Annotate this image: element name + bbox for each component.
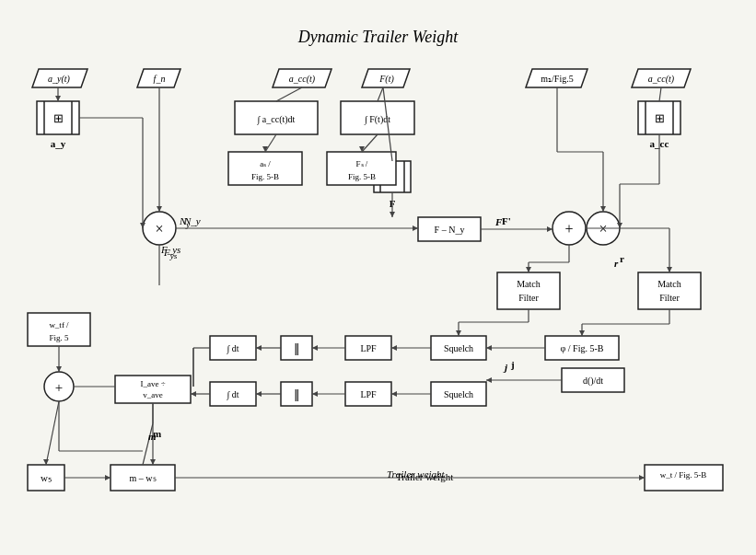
svg-marker-123 xyxy=(391,345,397,351)
svg-marker-117 xyxy=(526,267,531,272)
svg-text:φ / Fig. 5-B: φ / Fig. 5-B xyxy=(561,343,604,353)
svg-line-100 xyxy=(276,87,302,101)
svg-text:Fₛ /: Fₛ / xyxy=(356,159,368,168)
svg-text:w₅: w₅ xyxy=(41,472,52,483)
svg-text:d()/dt: d()/dt xyxy=(583,376,603,387)
svg-marker-167 xyxy=(105,475,110,480)
label-j: j xyxy=(505,362,507,373)
svg-line-148 xyxy=(659,87,661,101)
svg-text:Fig. 5-B: Fig. 5-B xyxy=(348,172,376,181)
svg-text:+: + xyxy=(55,380,63,395)
svg-line-104 xyxy=(362,134,378,152)
svg-marker-121 xyxy=(456,330,461,336)
svg-marker-93 xyxy=(55,96,61,101)
svg-text:∫ a_cc(t)dt: ∫ a_cc(t)dt xyxy=(257,114,296,125)
svg-text:∫ dt: ∫ dt xyxy=(226,389,238,400)
diagram-container: Dynamic Trailer Weight a_y(t) f_n a_cc(t… xyxy=(0,0,756,555)
svg-marker-175 xyxy=(43,459,49,465)
svg-marker-137 xyxy=(191,391,196,397)
svg-text:m – w₅: m – w₅ xyxy=(130,473,157,483)
svg-text:w_t / Fig. 5-B: w_t / Fig. 5-B xyxy=(660,470,707,480)
svg-text:r: r xyxy=(620,253,624,264)
svg-text:m₁/Fig.5: m₁/Fig.5 xyxy=(541,74,573,84)
label-f-prime: F′ xyxy=(495,216,505,227)
svg-marker-161 xyxy=(56,366,62,372)
svg-marker-112 xyxy=(547,226,552,232)
svg-text:f_n: f_n xyxy=(154,74,166,84)
svg-text:F(t): F(t) xyxy=(378,74,394,85)
svg-text:Match: Match xyxy=(657,279,681,289)
svg-marker-151 xyxy=(667,267,672,272)
svg-marker-173 xyxy=(150,459,156,465)
svg-text:∫ dt: ∫ dt xyxy=(226,343,238,354)
svg-marker-159 xyxy=(486,377,492,383)
svg-marker-157 xyxy=(486,345,492,351)
svg-marker-133 xyxy=(312,391,318,397)
label-m: m xyxy=(148,431,157,442)
svg-text:I_ave ÷: I_ave ÷ xyxy=(140,379,165,388)
svg-marker-155 xyxy=(579,330,585,336)
svg-text:Fig. 5: Fig. 5 xyxy=(49,333,69,342)
svg-text:Filter: Filter xyxy=(659,293,680,303)
svg-text:a_cc(t): a_cc(t) xyxy=(289,74,316,85)
svg-text:×: × xyxy=(155,221,163,237)
label-fys: Fys xyxy=(164,247,177,260)
svg-text:Squelch: Squelch xyxy=(444,343,473,353)
svg-marker-135 xyxy=(256,391,262,397)
svg-text:j: j xyxy=(510,359,515,370)
svg-line-165 xyxy=(143,423,153,465)
svg-text:w_tf /: w_tf / xyxy=(49,320,69,330)
svg-marker-169 xyxy=(639,475,645,480)
svg-line-102 xyxy=(265,134,276,152)
svg-text:LPF: LPF xyxy=(360,343,377,353)
svg-marker-108 xyxy=(390,212,395,217)
svg-text:aₛ /: aₛ / xyxy=(260,159,271,168)
svg-text:Fig. 5-B: Fig. 5-B xyxy=(251,172,279,181)
svg-text:a_cc(t): a_cc(t) xyxy=(648,74,675,85)
svg-text:‖: ‖ xyxy=(294,341,300,355)
svg-line-174 xyxy=(46,401,59,465)
svg-text:⊞: ⊞ xyxy=(655,111,665,125)
svg-marker-141 xyxy=(600,206,606,212)
svg-line-101 xyxy=(378,87,383,101)
svg-text:‖: ‖ xyxy=(294,387,300,401)
svg-text:a_y: a_y xyxy=(51,138,66,149)
label-r: r xyxy=(614,258,618,269)
svg-marker-125 xyxy=(312,345,318,351)
svg-marker-131 xyxy=(391,391,397,397)
svg-text:⊞: ⊞ xyxy=(53,111,64,125)
diagram-svg: a_y(t) f_n a_cc(t) F(t) m₁/Fig.5 a_cc(t)… xyxy=(0,0,756,555)
svg-marker-96 xyxy=(157,206,162,212)
svg-text:F – N_y: F – N_y xyxy=(435,225,465,235)
svg-marker-110 xyxy=(413,225,418,231)
svg-text:LPF: LPF xyxy=(360,389,377,399)
svg-text:Filter: Filter xyxy=(518,293,539,303)
label-trailer-weight: Trailer weight xyxy=(387,468,445,480)
svg-marker-127 xyxy=(256,345,262,351)
svg-text:Match: Match xyxy=(517,279,541,289)
svg-text:v_ave: v_ave xyxy=(143,390,163,399)
svg-rect-45 xyxy=(497,272,560,309)
svg-text:Squelch: Squelch xyxy=(444,389,473,399)
svg-rect-48 xyxy=(638,272,701,309)
svg-text:+: + xyxy=(564,221,573,237)
svg-text:a_y(t): a_y(t) xyxy=(48,74,71,85)
label-ny: Ny xyxy=(180,215,190,229)
